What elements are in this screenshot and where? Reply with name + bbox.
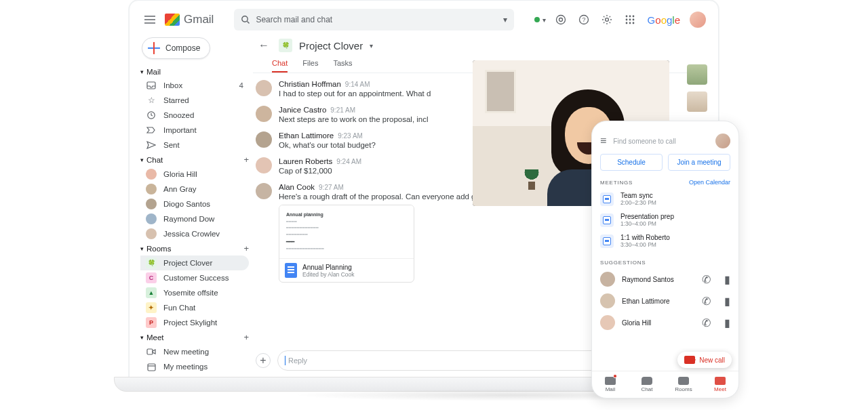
star-icon: ☆ (146, 95, 157, 106)
section-rooms[interactable]: ▾Rooms+ (140, 241, 249, 255)
phone-tab-bar: Mail Chat Rooms Meet (592, 371, 738, 398)
tab-chat[interactable]: Chat (272, 56, 288, 73)
chat-contact[interactable]: Jessica Crowlev (140, 226, 249, 241)
meet-my-meetings[interactable]: My meetings (140, 359, 249, 374)
doc-attachment[interactable]: Annual planning━━━━━━━━━━━━━━━━━━━━━━━━━… (279, 205, 414, 283)
chat-contact[interactable]: Diogo Santos (140, 197, 249, 211)
chat-contact[interactable]: Raymond Dow (140, 211, 249, 226)
svg-point-7 (629, 16, 631, 18)
schedule-button[interactable]: Schedule (600, 154, 663, 171)
apps-grid-icon[interactable] (622, 12, 638, 28)
video-icon[interactable]: ▮ (724, 316, 730, 329)
participant-thumb[interactable] (687, 91, 707, 112)
important-icon (146, 125, 157, 136)
room-item[interactable]: ✦Fun Chat (140, 300, 249, 315)
tab-mail[interactable]: Mail (592, 371, 629, 398)
section-mail[interactable]: ▾Mail (140, 66, 249, 78)
new-call-fab[interactable]: New call (677, 352, 732, 368)
meet-new-meeting[interactable]: New meeting (140, 344, 249, 359)
section-meet[interactable]: ▾Meet+ (140, 330, 249, 344)
suggestion-item[interactable]: Gloria Hill✆▮ (592, 312, 738, 333)
room-item[interactable]: CCustomer Success (140, 270, 249, 285)
suggestion-item[interactable]: Ethan Lattimore✆▮ (592, 290, 738, 312)
support-icon[interactable] (553, 12, 569, 28)
nav-sent[interactable]: Sent (140, 138, 249, 152)
room-title: Project Clover (299, 40, 363, 52)
sidebar: Compose ▾Mail Inbox4 ☆Starred Snoozed Im… (134, 35, 253, 375)
video-icon[interactable]: ▮ (724, 273, 730, 286)
account-avatar[interactable] (715, 134, 730, 148)
chat-contact[interactable]: Gloria Hill (140, 167, 249, 182)
participant-thumb[interactable] (687, 64, 707, 85)
phone-search-input[interactable]: Find someone to call (613, 138, 709, 145)
gmail-icon (165, 14, 180, 26)
video-icon (146, 346, 157, 357)
meeting-item[interactable]: 1:1 with Roberto3:30–4:00 PM (592, 230, 738, 251)
add-meet-icon[interactable]: + (243, 332, 249, 342)
phone-icon[interactable]: ✆ (702, 316, 711, 329)
svg-point-10 (629, 19, 631, 21)
calendar-icon (600, 192, 614, 206)
svg-rect-18 (148, 364, 155, 371)
calendar-icon (600, 213, 614, 227)
hamburger-menu-icon[interactable] (142, 12, 158, 28)
chat-contact[interactable]: Ann Gray (140, 182, 249, 197)
gmail-logo: Gmail (165, 13, 214, 26)
svg-point-12 (625, 22, 627, 24)
suggestion-item[interactable]: Raymond Santos✆▮ (592, 268, 738, 290)
phone-icon[interactable]: ✆ (702, 295, 711, 308)
plus-icon (148, 42, 160, 54)
open-calendar-link[interactable]: Open Calendar (689, 179, 730, 186)
svg-rect-17 (147, 349, 153, 354)
search-icon (241, 15, 250, 24)
sent-icon (146, 140, 157, 150)
help-icon[interactable]: ? (576, 12, 592, 28)
tab-chat[interactable]: Chat (629, 371, 665, 398)
inbox-icon (146, 80, 157, 91)
add-chat-icon[interactable]: + (243, 155, 249, 165)
meeting-item[interactable]: Presentation prep1:30–4:00 PM (592, 209, 738, 230)
account-avatar[interactable] (690, 12, 706, 28)
tab-tasks[interactable]: Tasks (333, 56, 352, 73)
nav-important[interactable]: Important (140, 123, 249, 138)
add-attachment-icon[interactable]: + (256, 353, 271, 368)
calendar-icon (146, 361, 157, 372)
meeting-item[interactable]: Team sync2:00–2:30 PM (592, 188, 738, 209)
svg-point-2 (559, 18, 562, 22)
svg-point-13 (629, 22, 631, 24)
nav-snoozed[interactable]: Snoozed (140, 108, 249, 123)
svg-point-8 (632, 16, 634, 18)
chevron-down-icon[interactable]: ▾ (370, 42, 373, 49)
tab-meet[interactable]: Meet (702, 371, 738, 398)
room-item[interactable]: ▲Yosemite offsite (140, 285, 249, 300)
room-project-clover[interactable]: 🍀Project Clover (140, 255, 249, 270)
status-indicator[interactable]: ▾ (534, 16, 546, 24)
svg-point-0 (242, 16, 248, 22)
svg-text:?: ? (582, 16, 585, 23)
hamburger-menu-icon[interactable]: ≡ (600, 135, 606, 147)
section-chat[interactable]: ▾Chat+ (140, 152, 249, 167)
video-icon[interactable]: ▮ (724, 295, 730, 308)
add-room-icon[interactable]: + (243, 243, 249, 253)
room-avatar-icon: 🍀 (279, 39, 292, 52)
phone-icon[interactable]: ✆ (702, 273, 711, 286)
calendar-icon (600, 234, 614, 248)
nav-starred[interactable]: ☆Starred (140, 93, 249, 108)
join-meeting-button[interactable]: Join a meeting (668, 154, 730, 171)
settings-gear-icon[interactable] (599, 12, 615, 28)
search-input[interactable]: Search mail and chat ▾ (234, 9, 513, 30)
suggestions-heading: SUGGESTIONS (600, 260, 646, 266)
tab-files[interactable]: Files (302, 56, 318, 73)
compose-button[interactable]: Compose (142, 37, 210, 59)
tab-rooms[interactable]: Rooms (665, 371, 702, 398)
back-arrow-icon[interactable]: ← (256, 37, 272, 54)
nav-inbox[interactable]: Inbox4 (140, 78, 249, 93)
meetings-heading: MEETINGS (600, 180, 633, 186)
chevron-down-icon[interactable]: ▾ (503, 15, 507, 24)
svg-point-5 (605, 18, 608, 22)
svg-point-14 (632, 22, 634, 24)
room-item[interactable]: PProject Skylight (140, 315, 249, 330)
svg-point-1 (556, 16, 565, 24)
svg-point-9 (625, 19, 627, 21)
phone-mock: ≡ Find someone to call Schedule Join a m… (591, 121, 739, 398)
